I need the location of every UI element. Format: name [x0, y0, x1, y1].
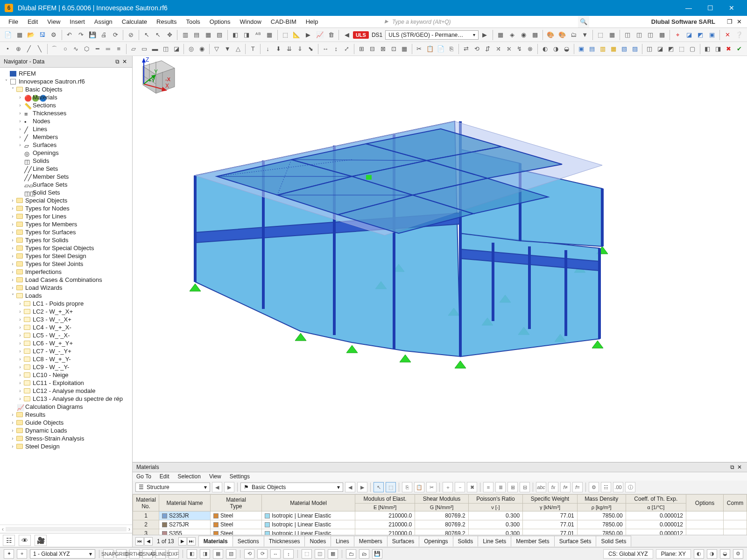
ld-c-icon[interactable]: ⇊: [284, 43, 294, 55]
memb3-icon[interactable]: ≡: [114, 43, 124, 55]
navigator-tree[interactable]: RFEM˅Innovespace Sautron.rf6˅Basic Objec…: [0, 68, 132, 525]
tr-f-icon[interactable]: ↯: [514, 43, 524, 55]
materials-basicobjects-dropdown[interactable]: ⚑ Basic Objects▾: [240, 483, 343, 492]
maximize-button[interactable]: ☐: [699, 0, 721, 16]
res-d-icon[interactable]: ▩: [529, 29, 540, 41]
shd-e-icon[interactable]: ▢: [688, 43, 698, 55]
ed-d-icon[interactable]: ⎘: [446, 43, 456, 55]
tr-c-icon[interactable]: ⇵: [483, 43, 493, 55]
materials-tab-solids[interactable]: Solids: [453, 536, 479, 546]
materials-tab-openings[interactable]: Openings: [419, 536, 453, 546]
navigator-h-scroll[interactable]: ‹›: [0, 525, 132, 533]
bx-a-icon[interactable]: ▣: [577, 43, 586, 55]
menu-assign[interactable]: Assign: [90, 17, 117, 27]
sol2-icon[interactable]: ◪: [171, 43, 181, 55]
nav-load-lc4[interactable]: ›LC4 - W_+_X-: [2, 323, 132, 331]
node-icon[interactable]: •: [3, 43, 13, 55]
circle-icon[interactable]: ○: [60, 43, 70, 55]
menu-tools[interactable]: Tools: [181, 17, 204, 27]
bx-d-icon[interactable]: ▦: [608, 43, 618, 55]
delete-icon[interactable]: 🗑: [326, 29, 337, 41]
vw-a-icon[interactable]: ◐: [540, 43, 550, 55]
panel-d-icon[interactable]: ▧: [214, 29, 225, 41]
nav-load-lc7[interactable]: ›LC7 - W_-_Y+: [2, 347, 132, 355]
panel-c-icon[interactable]: ▦: [203, 29, 214, 41]
materials-tab-line-sets[interactable]: Line Sets: [478, 536, 511, 546]
menu-options[interactable]: Options: [205, 17, 235, 27]
help-icon[interactable]: ❔: [734, 29, 745, 41]
mt-f3-icon[interactable]: ⊞: [507, 482, 518, 492]
materials-menu-go-to[interactable]: Go To: [136, 473, 151, 480]
ptr2-icon[interactable]: ↖: [153, 29, 163, 41]
nav-bo-line-sets[interactable]: ╱╱Line Sets: [2, 165, 132, 173]
nav-folder-load-wizards[interactable]: ›Load Wizards: [2, 284, 132, 292]
mt-fx1-icon[interactable]: abc: [536, 482, 546, 492]
nav-loads[interactable]: ˅Loads: [2, 292, 132, 300]
pager-next-icon[interactable]: ▶: [178, 537, 187, 546]
struct-next-icon[interactable]: ▶: [224, 482, 234, 492]
tr-b-icon[interactable]: ⟲: [472, 43, 482, 55]
materials-tab-surfaces[interactable]: Surfaces: [387, 536, 419, 546]
nav-footer-data-icon[interactable]: ☷: [3, 535, 15, 546]
sup3-icon[interactable]: △: [233, 43, 243, 55]
mt-f4-icon[interactable]: ⊟: [520, 482, 530, 492]
materials-tab-sections[interactable]: Sections: [233, 536, 264, 546]
e1-icon[interactable]: ⬚: [595, 29, 606, 41]
nav-project[interactable]: ˅Innovespace Sautron.rf6: [2, 77, 132, 85]
line-icon[interactable]: ╱: [24, 43, 34, 55]
iso3-icon[interactable]: ▣: [707, 29, 718, 41]
mt-selall-icon[interactable]: ⬚: [386, 482, 396, 492]
graph-icon[interactable]: 📈: [314, 29, 325, 41]
shd-c-icon[interactable]: ◩: [666, 43, 676, 55]
sb-f1[interactable]: 🗀: [346, 549, 356, 559]
sb-g3[interactable]: ◒: [720, 549, 730, 559]
loadcase-dropdown[interactable]: ULS (STR/GEO) - Permane…▾: [385, 30, 479, 40]
nav-bo-member-sets[interactable]: ╱╱Member Sets: [2, 173, 132, 181]
vw-b-icon[interactable]: ◑: [551, 43, 561, 55]
nav-folder-types-for-solids[interactable]: ›Types for Solids: [2, 236, 132, 244]
mt-paste-icon[interactable]: 📋: [414, 482, 424, 492]
menu-view[interactable]: View: [42, 17, 65, 27]
mt-fx3-icon[interactable]: f≠: [560, 482, 571, 492]
ed-a-icon[interactable]: ✂: [414, 43, 424, 55]
txt-icon[interactable]: T: [248, 43, 258, 55]
nav-bo-surfaces[interactable]: ›▱Surfaces: [2, 141, 132, 149]
doc-restore-button[interactable]: ❐: [726, 18, 734, 26]
materials-tab-member-sets[interactable]: Member Sets: [511, 536, 554, 546]
materials-tab-nodes[interactable]: Nodes: [304, 536, 331, 546]
sb-icon-a[interactable]: ✦: [4, 549, 14, 559]
table-row[interactable]: 1S235JRSteelIsotropic | Linear Elastic21…: [133, 511, 747, 520]
cancel-icon[interactable]: ⊘: [126, 29, 136, 41]
poly-icon[interactable]: ⬡: [82, 43, 92, 55]
mt-cfg-icon[interactable]: ⚙: [589, 482, 599, 492]
print-icon[interactable]: 🖨: [99, 29, 109, 41]
nav-bo-solid-sets[interactable]: ◫◫Solid Sets: [2, 189, 132, 196]
pager-first-icon[interactable]: ⏮: [135, 537, 144, 546]
lc-next-icon[interactable]: ▶: [479, 29, 490, 41]
extra1-icon[interactable]: ⬚: [280, 29, 291, 41]
mt-f2-icon[interactable]: ≣: [495, 482, 506, 492]
nav-bo-members[interactable]: ›╱Members: [2, 133, 132, 141]
lc-prev-icon[interactable]: ◀: [341, 29, 352, 41]
surf2-icon[interactable]: ▭: [140, 43, 149, 55]
pal-a-icon[interactable]: 🎨: [545, 29, 556, 41]
menu-results[interactable]: Results: [152, 17, 181, 27]
dim-a-icon[interactable]: ↔: [320, 43, 330, 55]
bo-prev-icon[interactable]: ◀: [345, 482, 355, 492]
sb-f2[interactable]: 🗁: [359, 549, 369, 559]
e2-icon[interactable]: ▦: [607, 29, 618, 41]
res-a-icon[interactable]: ▦: [495, 29, 506, 41]
sb-coord-system-dropdown[interactable]: 1 - Global XYZ▾: [30, 549, 95, 559]
ok-icon[interactable]: ✔: [734, 43, 744, 55]
keyword-search[interactable]: Type a keyword (Alt+Q): [385, 19, 451, 25]
ws-a-icon[interactable]: ◫: [622, 29, 633, 41]
nav-bo-materials[interactable]: ›🔴🟢🔵Materials: [2, 93, 132, 101]
nav-load-lc9[interactable]: ›LC9 - W_-_Y-: [2, 363, 132, 371]
mt-f1-icon[interactable]: ≡: [483, 482, 493, 492]
nav-bo-thicknesses[interactable]: ›≡Thicknesses: [2, 109, 132, 117]
move-icon[interactable]: ✥: [164, 29, 175, 41]
shd-d-icon[interactable]: ⬚: [677, 43, 687, 55]
sb-c1[interactable]: ◧: [187, 549, 197, 559]
exit-icon[interactable]: ✕: [722, 29, 733, 41]
sb-c2[interactable]: ◨: [200, 549, 210, 559]
